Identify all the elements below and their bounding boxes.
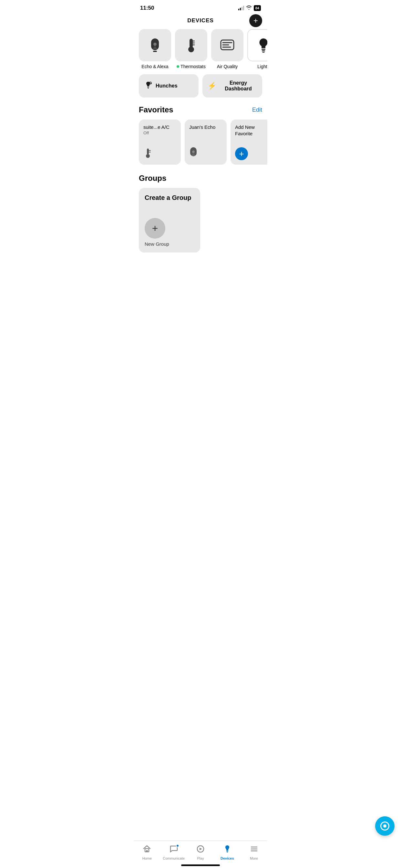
energy-dashboard-button[interactable]: ⚡ Energy Dashboard bbox=[203, 74, 262, 97]
new-group-circle-icon: + bbox=[145, 218, 165, 239]
status-bar: 11:50 84 bbox=[134, 0, 267, 14]
devices-icon bbox=[223, 845, 232, 855]
thermostat-svg-icon bbox=[184, 37, 198, 53]
lightbulb-svg-icon bbox=[257, 37, 267, 53]
nav-more[interactable]: More bbox=[241, 843, 267, 862]
communicate-nav-label: Communicate bbox=[163, 857, 185, 860]
create-group-title: Create a Group bbox=[145, 194, 194, 202]
favorites-section-header: Favorites Edit bbox=[134, 105, 267, 120]
svg-rect-20 bbox=[147, 149, 149, 154]
airquality-label: Air Quality bbox=[217, 64, 238, 69]
quick-actions: Hunches ⚡ Energy Dashboard bbox=[134, 74, 267, 105]
thermostats-icon-box bbox=[175, 29, 207, 61]
add-device-button[interactable]: + bbox=[249, 14, 262, 27]
nav-devices[interactable]: Devices bbox=[214, 843, 241, 862]
signal-icon bbox=[238, 6, 244, 10]
svg-point-6 bbox=[188, 46, 194, 52]
nav-communicate[interactable]: Communicate bbox=[160, 843, 187, 862]
nav-home[interactable]: Home bbox=[134, 843, 160, 862]
lights-label: Lights bbox=[257, 64, 267, 69]
groups-section: Groups Create a Group + New Group bbox=[134, 174, 267, 260]
svg-rect-26 bbox=[192, 154, 195, 154]
hunches-button[interactable]: Hunches bbox=[139, 74, 198, 97]
echo-label: Echo & Alexa bbox=[142, 64, 168, 69]
page-header: DEVICES + bbox=[134, 14, 267, 29]
category-thermostats[interactable]: Thermostats bbox=[175, 29, 207, 69]
energy-label: Energy Dashboard bbox=[220, 80, 257, 92]
favorites-edit-link[interactable]: Edit bbox=[252, 106, 262, 113]
fav-suite-name: suite...e A/C Off bbox=[143, 124, 176, 135]
battery-icon: 84 bbox=[254, 5, 261, 11]
svg-point-21 bbox=[146, 154, 150, 158]
create-group-card[interactable]: Create a Group + New Group bbox=[139, 188, 200, 252]
airquality-icon-box bbox=[211, 29, 243, 61]
svg-point-25 bbox=[192, 151, 195, 153]
category-lights[interactable]: ✕ Lights bbox=[247, 29, 267, 69]
airquality-svg-icon bbox=[220, 38, 235, 52]
svg-rect-32 bbox=[227, 852, 228, 852]
more-nav-label: More bbox=[250, 857, 258, 860]
favorites-grid: suite...e A/C Off Juan's Echo bbox=[134, 120, 267, 174]
communicate-icon bbox=[169, 846, 178, 855]
categories-scroll: Echo & Alexa Thermostats bbox=[134, 29, 267, 74]
page-title: DEVICES bbox=[187, 18, 214, 24]
thermostats-label: Thermostats bbox=[177, 64, 206, 69]
add-favorite-icon: + bbox=[235, 147, 248, 160]
bottom-nav: Home Communicate Play bbox=[134, 841, 267, 868]
svg-rect-27 bbox=[191, 155, 195, 156]
fav-echo-icon bbox=[189, 147, 222, 160]
home-nav-label: Home bbox=[143, 857, 152, 860]
fav-suite-icon bbox=[143, 148, 176, 160]
svg-rect-3 bbox=[154, 47, 156, 48]
status-time: 11:50 bbox=[140, 5, 154, 11]
category-airquality[interactable]: Air Quality bbox=[211, 29, 243, 69]
svg-rect-17 bbox=[147, 87, 149, 88]
home-icon bbox=[143, 845, 151, 855]
communicate-badge bbox=[176, 844, 179, 847]
thermostats-active-dot bbox=[177, 65, 179, 68]
home-indicator bbox=[181, 864, 220, 866]
lights-icon-box: ✕ bbox=[247, 29, 267, 61]
svg-rect-31 bbox=[226, 851, 228, 851]
svg-rect-16 bbox=[263, 52, 265, 53]
nav-play[interactable]: Play bbox=[187, 843, 214, 862]
svg-rect-4 bbox=[153, 48, 157, 49]
devices-nav-label: Devices bbox=[220, 857, 234, 860]
favorite-juans-echo[interactable]: Juan's Echo bbox=[185, 120, 227, 165]
energy-icon: ⚡ bbox=[208, 82, 216, 90]
hunches-label: Hunches bbox=[156, 83, 178, 89]
favorite-suite-ac[interactable]: suite...e A/C Off bbox=[139, 120, 181, 165]
svg-rect-1 bbox=[153, 51, 157, 52]
favorites-title: Favorites bbox=[139, 105, 174, 114]
svg-rect-14 bbox=[261, 49, 266, 50]
communicate-icon-wrap bbox=[169, 845, 178, 855]
wifi-icon bbox=[246, 5, 252, 11]
hunches-icon bbox=[144, 81, 152, 91]
groups-title: Groups bbox=[139, 174, 262, 183]
category-echo[interactable]: Echo & Alexa bbox=[139, 29, 171, 69]
speaker-svg-icon bbox=[149, 37, 161, 53]
svg-rect-15 bbox=[262, 51, 265, 51]
status-icons: 84 bbox=[238, 5, 261, 11]
play-icon bbox=[196, 845, 205, 855]
svg-rect-18 bbox=[148, 88, 149, 89]
add-favorite-card[interactable]: Add New Favorite + bbox=[230, 120, 267, 165]
play-nav-label: Play bbox=[197, 857, 204, 860]
svg-point-2 bbox=[153, 42, 157, 46]
new-group-label: New Group bbox=[145, 241, 169, 247]
more-icon bbox=[250, 845, 258, 855]
svg-rect-29 bbox=[146, 850, 148, 852]
echo-icon-box bbox=[139, 29, 171, 61]
